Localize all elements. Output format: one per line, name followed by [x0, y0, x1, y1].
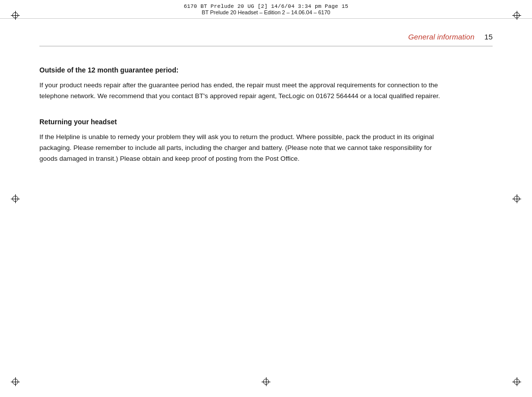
top-bar-line2: BT Prelude 20 Headset – Edition 2 – 14.0…	[202, 9, 331, 15]
reg-mark-middle-left	[11, 194, 20, 203]
section-returning-body: If the Helpline is unable to remedy your…	[39, 132, 443, 165]
section-guarantee-body: If your product needs repair after the g…	[39, 80, 443, 102]
section-guarantee: Outside of the 12 month guarantee period…	[39, 66, 493, 102]
page-number: 15	[484, 33, 493, 41]
reg-mark-top-right	[512, 11, 521, 20]
section-guarantee-heading: Outside of the 12 month guarantee period…	[39, 66, 493, 74]
reg-mark-middle-right	[512, 194, 521, 203]
reg-mark-top-left	[11, 11, 20, 20]
top-bar-line1: 6170 BT Prelude 20 UG [2] 14/6/04 3:34 p…	[184, 3, 348, 9]
top-bar: 6170 BT Prelude 20 UG [2] 14/6/04 3:34 p…	[0, 0, 532, 19]
page-header: General information 15	[39, 19, 493, 46]
content-area: General information 15 Outside of the 12…	[39, 19, 493, 372]
reg-mark-bottom-right	[512, 377, 521, 386]
section-returning: Returning your headset If the Helpline i…	[39, 118, 493, 165]
reg-mark-bottom-left	[11, 377, 20, 386]
body-content: Outside of the 12 month guarantee period…	[39, 46, 493, 164]
page-container: 6170 BT Prelude 20 UG [2] 14/6/04 3:34 p…	[0, 0, 532, 397]
section-title: General information	[408, 33, 475, 41]
section-returning-heading: Returning your headset	[39, 118, 493, 126]
reg-mark-bottom-center	[262, 377, 270, 386]
